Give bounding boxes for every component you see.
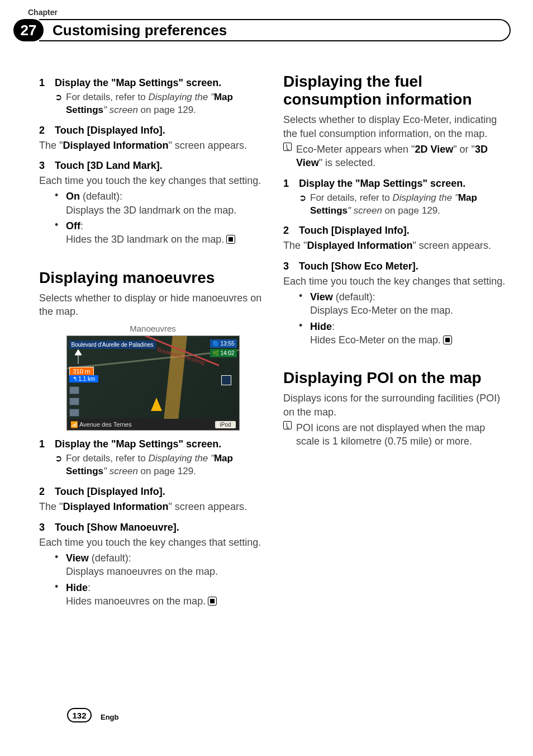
right-column: Displaying the fuel consumption informat… bbox=[283, 73, 511, 689]
figure-label: Manoeuvres bbox=[39, 324, 266, 333]
step-row: 1 Display the "Map Settings" screen. bbox=[283, 178, 511, 190]
bullet-line: • Off: Hides the 3D landmark on the map. bbox=[39, 219, 266, 247]
note-icon bbox=[283, 143, 292, 151]
step-number: 2 bbox=[39, 125, 55, 136]
bullet-icon: • bbox=[299, 320, 310, 347]
cross-ref-line: ➲ For details, refer to Displaying the "… bbox=[39, 91, 266, 117]
body-line: The "Displayed Information" screen appea… bbox=[283, 239, 511, 252]
step-number: 3 bbox=[283, 261, 299, 272]
page-number: 132 bbox=[67, 708, 92, 722]
step-text: Display the "Map Settings" screen. bbox=[55, 438, 221, 450]
step-text: Touch [Show Eco Meter]. bbox=[299, 261, 418, 272]
bullet-icon: • bbox=[299, 290, 310, 318]
bullet-line: • Hide: Hides Eco-Meter on the map. bbox=[283, 320, 511, 347]
step-text: Touch [Displayed Info]. bbox=[299, 225, 410, 237]
section-heading: Displaying the fuel consumption informat… bbox=[283, 73, 511, 108]
language-code: Engb bbox=[101, 713, 119, 721]
body-line: Each time you touch the key changes that… bbox=[39, 536, 266, 549]
step-text: Display the "Map Settings" screen. bbox=[55, 77, 221, 89]
end-marker-icon bbox=[226, 235, 235, 244]
end-marker-icon bbox=[208, 597, 217, 606]
chapter-title: Customising preferences bbox=[53, 22, 227, 39]
body-line: The "Displayed Information" screen appea… bbox=[39, 139, 266, 152]
body-line: Each time you touch the key changes that… bbox=[39, 174, 266, 187]
map-side-icons bbox=[69, 386, 79, 417]
step-number: 3 bbox=[39, 160, 55, 172]
map-flag-icon bbox=[221, 375, 231, 385]
step-row: 2 Touch [Displayed Info]. bbox=[39, 486, 266, 498]
section-heading: Displaying manoeuvres bbox=[39, 269, 266, 287]
body-line: The "Displayed Information" screen appea… bbox=[39, 500, 266, 513]
step-row: 2 Touch [Displayed Info]. bbox=[283, 225, 511, 237]
step-number: 2 bbox=[39, 486, 55, 498]
step-row: 3 Touch [Show Eco Meter]. bbox=[283, 261, 511, 272]
chapter-label: Chapter bbox=[28, 8, 58, 17]
bullet-icon: • bbox=[55, 190, 66, 217]
step-number: 2 bbox=[283, 225, 299, 237]
note-line: Eco-Meter appears when "2D View" or "3D … bbox=[283, 143, 511, 170]
cross-ref-line: ➲ For details, refer to Displaying the "… bbox=[39, 452, 266, 478]
map-distance-badge: 310 m bbox=[69, 367, 94, 376]
ref-arrow-icon: ➲ bbox=[55, 452, 66, 465]
step-text: Touch [Displayed Info]. bbox=[55, 486, 165, 498]
note-icon bbox=[283, 421, 292, 429]
step-row: 1 Display the "Map Settings" screen. bbox=[39, 77, 266, 89]
step-number: 1 bbox=[39, 77, 55, 89]
step-text: Display the "Map Settings" screen. bbox=[299, 178, 465, 190]
step-number: 1 bbox=[283, 178, 299, 190]
bullet-icon: • bbox=[55, 581, 66, 608]
section-heading: Displaying POI on the map bbox=[283, 369, 511, 387]
step-row: 1 Display the "Map Settings" screen. bbox=[39, 438, 266, 450]
step-number: 3 bbox=[39, 522, 55, 533]
step-text: Touch [Displayed Info]. bbox=[55, 125, 165, 136]
step-text: Touch [Show Manoeuvre]. bbox=[55, 522, 179, 533]
bullet-icon: • bbox=[55, 219, 66, 247]
step-text: Touch [3D Land Mark]. bbox=[55, 160, 163, 172]
bullet-line: • Hide: Hides manoeuvres on the map. bbox=[39, 581, 266, 608]
map-bottom-bar: 📶 Avenue des Ternes iPod bbox=[67, 419, 239, 430]
map-distance-badge: ↰ 1.1 km bbox=[69, 375, 99, 382]
map-time-badges: 🔵 13:55 🌿 14:02 bbox=[210, 339, 237, 357]
figure: Manoeuvres Boulevard-Pershing Boulevard … bbox=[39, 324, 266, 431]
left-column: 1 Display the "Map Settings" screen. ➲ F… bbox=[39, 73, 266, 689]
ref-arrow-icon: ➲ bbox=[55, 91, 66, 103]
ref-text: For details, refer to Displaying the "Ma… bbox=[66, 91, 266, 117]
bullet-line: • View (default): Displays manoeuvres on… bbox=[39, 551, 266, 579]
step-row: 2 Touch [Displayed Info]. bbox=[39, 125, 266, 136]
chapter-title-bar: Customising preferences bbox=[39, 19, 511, 41]
map-screenshot: Boulevard-Pershing Boulevard d'Aurelle d… bbox=[66, 336, 240, 431]
manoeuvre-arrow-icon bbox=[73, 348, 84, 365]
note-line: POI icons are not displayed when the map… bbox=[283, 421, 511, 448]
bullet-line: • View (default): Displays Eco-Meter on … bbox=[283, 290, 511, 318]
end-marker-icon bbox=[443, 336, 452, 344]
body-line: Selects whether to display Eco-Meter, in… bbox=[283, 113, 511, 140]
map-position-arrow-icon bbox=[151, 398, 162, 411]
bullet-icon: • bbox=[55, 551, 66, 579]
step-row: 3 Touch [3D Land Mark]. bbox=[39, 160, 266, 172]
cross-ref-line: ➲ For details, refer to Displaying the "… bbox=[283, 192, 511, 218]
body-line: Selects whether to display or hide manoe… bbox=[39, 291, 266, 319]
step-row: 3 Touch [Show Manoeuvre]. bbox=[39, 522, 266, 533]
body-line: Each time you touch the key changes that… bbox=[283, 275, 511, 288]
bullet-line: • On (default): Displays the 3D landmark… bbox=[39, 190, 266, 217]
step-number: 1 bbox=[39, 438, 55, 450]
body-line: Displays icons for the surrounding facil… bbox=[283, 391, 511, 419]
map-top-label: Boulevard d'Aurelle de Paladines bbox=[69, 341, 156, 349]
ref-arrow-icon: ➲ bbox=[299, 192, 310, 204]
